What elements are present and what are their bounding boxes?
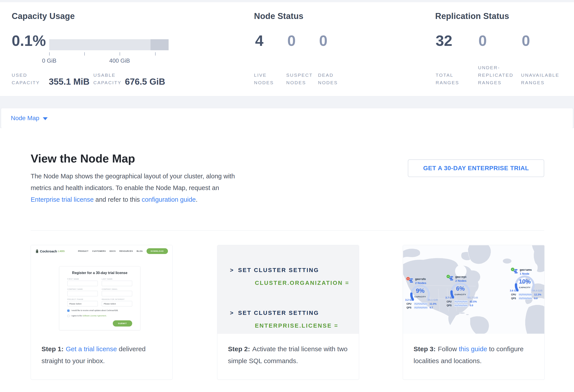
total-ranges-label: TOTAL RANGES [436,72,459,86]
capacity-bar [49,39,169,50]
mini-first-name-field [67,281,98,286]
mini-download-button: DOWNLOAD [146,248,168,254]
node-map-dropdown-label: Node Map [11,115,39,122]
capacity-axis-tick [49,52,50,56]
qps-sparkline [519,297,532,300]
locality-node-count: 2 Nodes [455,279,467,282]
mini-nav-resources: RESOURCES [119,250,133,252]
under-replicated-ranges-value: 0 [478,33,487,48]
locality-node-count: 1 Node [520,272,532,275]
this-guide-link[interactable]: this guide [459,345,487,353]
error-badge-icon: 1 [406,277,410,281]
step2-card: >SET CLUSTER SETTING CLUSTER.ORGANIZATIO… [217,245,359,380]
mini-company-name-field [67,291,98,296]
locality-name: geo=sfo [415,278,426,281]
mini-site-header: Cockroach LABS PRODUCT CUSTOMERS DOCS RE… [35,248,168,254]
capacity-used: 3.6 GiB [510,289,519,292]
capacity-axis-tick [155,52,156,56]
mini-nav-customers: CUSTOMERS [92,250,106,252]
mini-reason-select: Please Select [102,301,132,306]
cpu-sparkline [519,293,532,296]
cluster-overview-page: Capacity Usage 0.1% 0 GiB 400 GiB USED C… [0,0,574,392]
step3-card: 9% CAPACITY 1 geo=sfo 2 Nodes 3.2 GiB35.… [403,245,545,380]
capacity-percent: 0.1% [12,33,46,48]
sql-line: >SET CLUSTER SETTING [230,310,319,316]
locality-name: geo=ams [520,268,532,271]
locality-name: geo=nyc [455,275,467,279]
capacity-total: 34.4 GiB [532,289,542,292]
step2-caption: Step 2:Activate the trial license with t… [228,343,348,367]
mini-submit-button: SUBMIT [113,320,132,327]
mini-form-fields: FIRST NAME LAST NAME COMPANY NAME COMPAN… [67,278,132,306]
capacity-used: 3.7 GiB [445,296,454,299]
mini-company-email-field [102,291,132,296]
capacity-axis-label: 0 GiB [41,57,58,64]
usable-capacity-label: USABLE CAPACITY [93,72,121,86]
enterprise-trial-license-link[interactable]: Enterprise trial license [31,196,94,203]
step1-card: Cockroach LABS PRODUCT CUSTOMERS DOCS RE… [31,245,173,380]
cpu-sparkline [414,302,428,305]
usable-capacity-value: 676.5 GiB [125,77,165,86]
suspect-nodes-label: SUSPECT NODES [286,72,313,86]
mini-email-updates-checkbox-row: I would like to receive email updates ab… [67,309,132,312]
used-capacity-label: USED CAPACITY [12,72,40,86]
mini-form-title: Register for a 30-day trial license [67,271,132,275]
live-nodes-value: 4 [255,33,264,48]
replication-status-title: Replication Status [435,11,509,21]
mini-license-agreement-link: Software License Agreement. [82,315,107,317]
node-status-title: Node Status [254,11,304,21]
get-trial-license-link[interactable]: Get a trial license [66,345,117,353]
mini-last-name-field [102,281,132,286]
capacity-usage-title: Capacity Usage [12,11,75,21]
qps-sparkline [414,306,428,309]
live-nodes-label: LIVE NODES [254,72,274,86]
map-location-sfo: 9% CAPACITY 1 geo=sfo 2 Nodes 3.2 GiB35.… [405,277,442,312]
map-location-nyc: 6% CAPACITY ✓ geo=nyc 2 Nodes 3.7 GiB65.… [445,274,482,310]
capacity-axis-label: 400 GiB [106,57,133,64]
capacity-axis-tick [120,52,120,56]
checkbox-checked-icon [67,310,69,312]
sql-commands-illustration: >SET CLUSTER SETTING CLUSTER.ORGANIZATIO… [217,245,359,334]
section-title: View the Node Map [31,152,135,165]
sql-line-arg: ENTERPRISE.LICENSE = [255,322,338,329]
qps-sparkline [454,304,468,307]
unavailable-ranges-label: UNAVAILABLE RANGES [521,72,559,86]
healthy-badge-icon: ✓ [511,267,515,271]
step3-caption: Step 3:Follow this guide to configure lo… [413,343,534,367]
locality-node-count: 2 Nodes [415,281,426,285]
healthy-badge-icon: ✓ [446,275,450,279]
mini-registration-form: Register for a 30-day trial license FIRS… [59,266,140,330]
trial-registration-screenshot: Cockroach LABS PRODUCT CUSTOMERS DOCS RE… [31,245,172,334]
chevron-down-icon [43,117,48,120]
mini-nav-docs: DOCS [109,250,116,252]
map-location-ams: 10% CAPACITY ✓ geo=ams 1 Node 3.6 GiB34.… [509,267,544,302]
node-map-dropdown[interactable]: Node Map [11,108,48,128]
mini-license-agreement-checkbox-row: I agree to the Software License Agreemen… [67,315,132,317]
sql-line: >SET CLUSTER SETTING [230,267,319,274]
total-ranges-value: 32 [436,33,452,48]
view-selector-bar: Node Map [1,108,573,128]
cockroach-labs-logo: Cockroach LABS [35,249,65,253]
mini-project-phase-select: Please Select [67,301,98,306]
mini-nav-product: PRODUCT [78,250,88,252]
sql-line-arg: CLUSTER.ORGANIZATION = [255,280,349,286]
enterprise-trial-button[interactable]: GET A 30-DAY ENTERPRISE TRIAL [408,159,544,177]
node-map-section: View the Node Map GET A 30-DAY ENTERPRIS… [0,128,574,392]
capacity-axis-tick [84,52,85,56]
under-replicated-ranges-label: UNDER- REPLICATED RANGES [478,64,513,86]
capacity-total: 35.1 GiB [428,299,438,301]
mini-nav-blog: BLOG [137,250,143,252]
capacity-used: 3.2 GiB [405,299,414,301]
section-description: The Node Map shows the geographical layo… [31,170,245,205]
checkbox-unchecked-icon [67,315,69,317]
cpu-sparkline [454,300,468,303]
cluster-summary-bar: Capacity Usage 0.1% 0 GiB 400 GiB USED C… [0,2,574,96]
cockroach-logo-icon [35,249,39,253]
node-map-preview: 9% CAPACITY 1 geo=sfo 2 Nodes 3.2 GiB35.… [403,245,544,334]
mini-site-nav: PRODUCT CUSTOMERS DOCS RESOURCES BLOG DO… [78,248,168,254]
dead-nodes-value: 0 [319,33,328,48]
capacity-total: 65.7 GiB [468,296,478,299]
configuration-guide-link[interactable]: configuration guide [142,196,196,203]
section-divider [31,230,544,231]
capacity-bar-reserved-segment [150,39,169,50]
